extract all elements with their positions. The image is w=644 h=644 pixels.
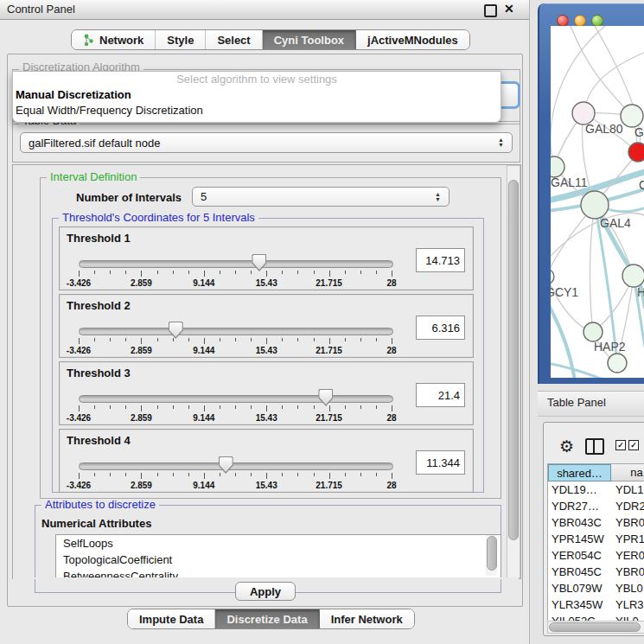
num-intervals-combo[interactable]: 5 ▲▼ [192, 187, 450, 207]
mac-close-icon[interactable] [557, 15, 569, 27]
minor-tick [125, 405, 126, 409]
apply-button[interactable]: Apply [235, 582, 296, 601]
minor-tick [94, 271, 95, 274]
tab-cyni-toolbox[interactable]: Cyni Toolbox [263, 30, 356, 49]
table-row[interactable]: YDR27…YDR2 [548, 498, 644, 514]
column-header-shared-name[interactable]: shared… [548, 464, 611, 481]
slider-thumb[interactable] [169, 322, 183, 339]
bottom-tab-infer-network[interactable]: Infer Network [320, 609, 414, 628]
network-canvas[interactable]: GAL80GAGAL11GAL4GCY1HHAP2C [551, 26, 644, 378]
cell-name: YBR0 [615, 564, 644, 580]
threshold-value-field[interactable]: 21.4 [416, 383, 465, 407]
tab-label: Network [99, 34, 143, 47]
float-window-icon[interactable] [484, 4, 497, 17]
vertical-scrollbar-thumb[interactable] [508, 180, 519, 540]
gear-icon[interactable]: ⚙ [559, 437, 574, 456]
minor-tick [282, 338, 283, 341]
slider-thumb[interactable] [318, 389, 333, 406]
slider-track[interactable] [79, 395, 393, 403]
attribute-list-item[interactable]: SelfLoops [56, 535, 501, 552]
table-row[interactable]: YLR345WYLR3 [548, 596, 644, 613]
tab-network[interactable]: Network [72, 30, 156, 49]
network-graph: GAL80GAGAL11GAL4GCY1HHAP2C [551, 26, 644, 378]
tab-select[interactable]: Select [206, 30, 262, 49]
cell-shared-name: YBR045C [552, 564, 609, 580]
tab-jactivemnodules[interactable]: jActiveMNodules [356, 30, 469, 49]
table-horizontal-scrollbar[interactable] [547, 621, 644, 634]
threshold-value-field[interactable]: 14.713 [416, 248, 465, 272]
table-row[interactable]: YER054CYER0 [548, 547, 644, 564]
minor-tick [251, 405, 252, 409]
attributes-list-scrollbar[interactable] [486, 535, 497, 576]
minor-tick [314, 405, 315, 409]
slider-track[interactable] [79, 328, 393, 335]
minor-tick [360, 473, 361, 476]
attributes-list-scrollbar-thumb[interactable] [487, 536, 497, 571]
table-row[interactable]: YDL19…YDL1 [548, 481, 644, 498]
svg-text:GCY1: GCY1 [551, 285, 578, 299]
table-row[interactable]: YPR145WYPR1 [548, 531, 644, 547]
threshold-row-3: Threshold 3-3.4262.8599.14415.4321.71528… [59, 361, 474, 425]
minor-tick [235, 405, 236, 409]
slider-track[interactable] [79, 462, 393, 470]
minor-tick [125, 338, 126, 341]
minor-tick [157, 405, 158, 409]
major-tick [392, 271, 392, 277]
tab-label: Select [217, 34, 250, 47]
minor-tick [125, 473, 126, 476]
minor-tick [173, 405, 174, 409]
minor-tick [157, 473, 158, 476]
numerical-attributes-list[interactable]: SelfLoopsTopologicalCoefficientBetweenne… [55, 534, 501, 578]
split-columns-icon[interactable] [585, 438, 604, 455]
table-row[interactable]: YBL079WYBL0 [548, 580, 644, 596]
tick-label: -3.426 [67, 278, 91, 288]
minor-tick [157, 271, 158, 274]
minor-tick [251, 271, 252, 274]
minor-tick [360, 405, 361, 409]
table-row[interactable]: YBR043CYBR0 [548, 514, 644, 531]
attribute-list-item[interactable]: TopologicalCoefficient [56, 552, 501, 568]
major-tick [266, 405, 267, 411]
vertical-scrollbar[interactable] [507, 165, 520, 578]
major-tick [392, 473, 392, 479]
minor-tick [314, 473, 315, 476]
threshold-label: Threshold 3 [67, 367, 131, 379]
slider-thumb[interactable] [219, 456, 233, 474]
tick-label: 28 [386, 278, 396, 288]
minor-tick [314, 338, 315, 341]
mac-zoom-icon[interactable] [591, 15, 603, 27]
threshold-value-field[interactable]: 6.316 [416, 316, 465, 340]
slider-track[interactable] [79, 260, 393, 268]
bottom-tab-discretize-data[interactable]: Discretize Data [215, 609, 319, 628]
close-icon[interactable]: ✕ [504, 2, 514, 16]
table-data-combo-value: galFiltered.sif default node [29, 137, 160, 150]
minor-tick [94, 338, 95, 341]
threshold-value-field[interactable]: 11.344 [416, 450, 465, 475]
cell-name: YBL0 [615, 580, 644, 596]
major-tick [141, 271, 142, 277]
minor-tick [110, 271, 111, 274]
tab-style[interactable]: Style [156, 30, 206, 49]
cell-name: YLR3 [615, 596, 644, 613]
mac-minimize-icon[interactable] [574, 15, 586, 27]
algorithm-placeholder-option[interactable]: Select algorithm to view settings [13, 72, 501, 87]
minor-tick [188, 271, 189, 274]
column-header-name[interactable]: na [611, 464, 644, 481]
thresholds-group-title: Threshold's Coordinates for 5 Intervals [59, 212, 258, 224]
bottom-tab-impute-data[interactable]: Impute Data [128, 609, 215, 628]
table-row[interactable]: YBR045CYBR0 [548, 564, 644, 580]
tick-label: 9.144 [193, 346, 214, 355]
combo-stepper-icon: ▲▼ [430, 192, 441, 202]
slider-thumb[interactable] [252, 254, 266, 271]
minor-tick [360, 338, 361, 341]
algorithm-option-manual[interactable]: Manual Discretization [13, 87, 501, 103]
tab-label: Discretize Data [226, 613, 307, 626]
table-horizontal-scrollbar-thumb[interactable] [549, 622, 641, 632]
minor-tick [157, 338, 158, 341]
algorithm-option-equal-width[interactable]: Equal Width/Frequency Discretization [13, 103, 501, 118]
minor-tick [220, 271, 220, 274]
table-data-combo[interactable]: galFiltered.sif default node ▲▼ [20, 132, 513, 153]
checkbox-checked-icon[interactable]: ✓ [628, 440, 639, 450]
checkbox-checked-icon[interactable]: ✓ [615, 440, 626, 450]
minor-tick [360, 271, 361, 274]
